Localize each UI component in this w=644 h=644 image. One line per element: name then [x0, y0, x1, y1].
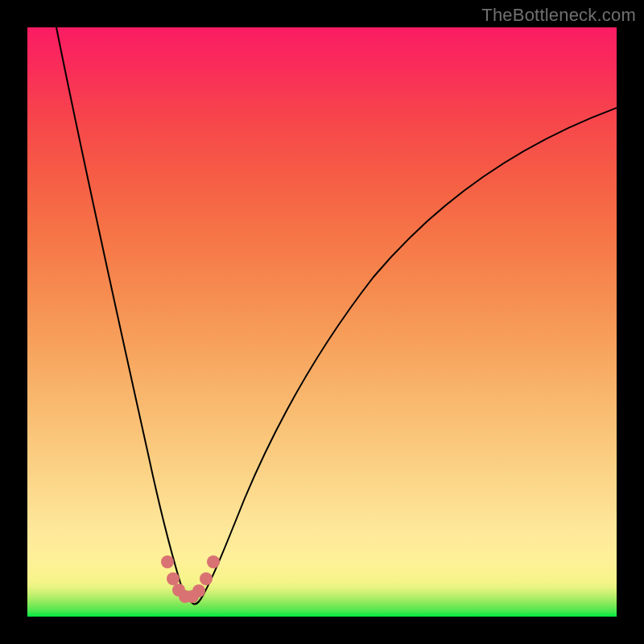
plot-area — [27, 27, 617, 617]
bottleneck-curve — [56, 27, 617, 604]
marker-dot — [161, 555, 174, 568]
watermark-text: TheBottleneck.com — [481, 5, 636, 26]
marker-dot — [207, 555, 220, 568]
chart-frame: TheBottleneck.com — [0, 0, 644, 644]
curve-layer — [27, 27, 617, 617]
marker-dot — [192, 584, 205, 597]
marker-dot — [167, 572, 180, 585]
marker-dot — [200, 572, 213, 585]
